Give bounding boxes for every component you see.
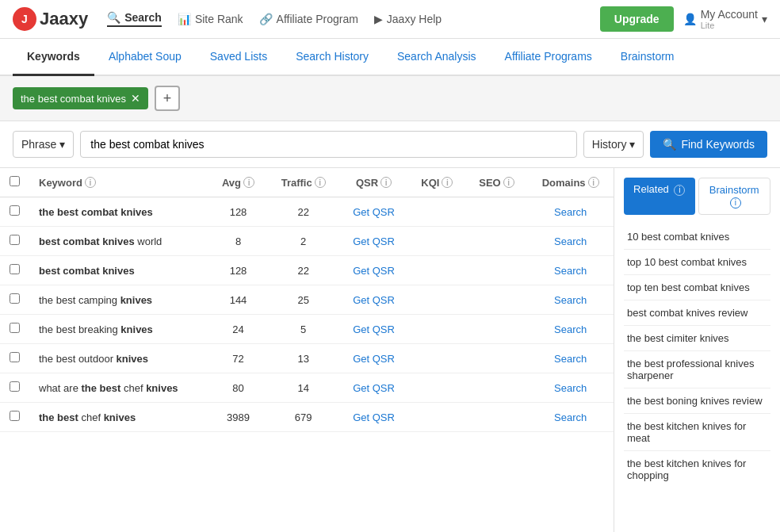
get-qsr-link[interactable]: Get QSR — [353, 265, 395, 277]
tag-add-button[interactable]: + — [155, 86, 180, 111]
th-seo-label: SEO — [479, 177, 500, 189]
kqi-info-icon[interactable]: i — [442, 177, 453, 188]
keyword-info-icon[interactable]: i — [85, 177, 96, 188]
sidebar-related-item[interactable]: 10 best combat knives — [624, 224, 770, 250]
search-domain-link[interactable]: Search — [554, 353, 587, 365]
row-checkbox-cell — [0, 256, 29, 285]
account-label: My Account — [701, 8, 758, 21]
search-domain-link[interactable]: Search — [554, 323, 587, 335]
row-qsr[interactable]: Get QSR — [339, 373, 408, 403]
sidebar-related-item[interactable]: the best kitchen knives for chopping — [624, 451, 770, 488]
get-qsr-link[interactable]: Get QSR — [353, 382, 395, 394]
search-domain-link[interactable]: Search — [554, 294, 587, 306]
domains-info-icon[interactable]: i — [588, 177, 599, 188]
phrase-dropdown[interactable]: Phrase ▾ — [13, 131, 74, 158]
related-info-icon[interactable]: i — [674, 185, 685, 196]
search-domain-link[interactable]: Search — [554, 411, 587, 423]
row-keyword: best combat knives world — [29, 227, 209, 256]
get-qsr-link[interactable]: Get QSR — [353, 411, 395, 423]
tab-search-history[interactable]: Search History — [281, 39, 383, 76]
tab-alphabet-soup[interactable]: Alphabet Soup — [94, 39, 196, 76]
logo: J Jaaxy — [13, 7, 88, 31]
qsr-info-icon[interactable]: i — [380, 177, 392, 188]
row-keyword: the best combat knives — [29, 197, 209, 227]
row-kqi — [408, 373, 466, 403]
row-domains[interactable]: Search — [527, 256, 614, 285]
select-all-checkbox[interactable] — [10, 176, 20, 186]
nav-site-rank[interactable]: 📊 Site Rank — [178, 13, 243, 25]
get-qsr-link[interactable]: Get QSR — [353, 323, 395, 335]
row-qsr[interactable]: Get QSR — [339, 403, 408, 432]
row-domains[interactable]: Search — [527, 197, 614, 227]
tag-close-icon[interactable]: ✕ — [131, 92, 140, 105]
tab-brainstorm[interactable]: Brainstorm — [606, 39, 689, 76]
row-qsr[interactable]: Get QSR — [339, 197, 408, 227]
row-checkbox[interactable] — [10, 352, 20, 362]
row-domains[interactable]: Search — [527, 344, 614, 373]
row-qsr[interactable]: Get QSR — [339, 285, 408, 315]
avg-info-icon[interactable]: i — [243, 177, 254, 188]
get-qsr-link[interactable]: Get QSR — [353, 294, 395, 306]
get-qsr-link[interactable]: Get QSR — [353, 235, 395, 247]
row-checkbox[interactable] — [10, 205, 20, 216]
sidebar-related-item[interactable]: the best kitchen knives for meat — [624, 414, 770, 451]
account-icon: 👤 — [683, 13, 697, 25]
row-checkbox[interactable] — [10, 235, 20, 245]
row-checkbox-cell — [0, 315, 29, 344]
search-domain-link[interactable]: Search — [554, 235, 587, 247]
get-qsr-link[interactable]: Get QSR — [353, 206, 395, 218]
th-keyword-label: Keyword — [39, 177, 82, 189]
sidebar-tab-related[interactable]: Related i — [624, 178, 695, 215]
sidebar-related-item[interactable]: the best boning knives review — [624, 388, 770, 414]
seo-info-icon[interactable]: i — [503, 177, 514, 188]
row-checkbox[interactable] — [10, 293, 20, 304]
row-domains[interactable]: Search — [527, 285, 614, 315]
tab-affiliate-programs[interactable]: Affiliate Programs — [491, 39, 606, 76]
table-row: what are the best chef knives8014Get QSR… — [0, 373, 614, 403]
upgrade-button[interactable]: Upgrade — [600, 6, 674, 32]
search-domain-link[interactable]: Search — [554, 265, 587, 277]
traffic-info-icon[interactable]: i — [315, 177, 326, 188]
row-qsr[interactable]: Get QSR — [339, 256, 408, 285]
row-domains[interactable]: Search — [527, 373, 614, 403]
my-account[interactable]: 👤 My Account Lite ▾ — [683, 8, 767, 30]
sidebar-related-item[interactable]: top ten best combat knives — [624, 275, 770, 300]
tab-saved-lists[interactable]: Saved Lists — [196, 39, 281, 76]
account-sub: Lite — [701, 21, 758, 30]
history-dropdown[interactable]: History ▾ — [583, 131, 644, 158]
search-domain-link[interactable]: Search — [554, 206, 587, 218]
related-label: Related — [633, 183, 669, 195]
row-avg: 144 — [209, 285, 268, 315]
row-traffic: 5 — [267, 315, 339, 344]
sidebar-related-item[interactable]: the best professional knives sharpener — [624, 351, 770, 388]
tab-search-analysis[interactable]: Search Analysis — [383, 39, 491, 76]
th-traffic: Traffic i — [267, 168, 339, 197]
nav-affiliate[interactable]: 🔗 Affiliate Program — [259, 13, 358, 25]
search-domain-link[interactable]: Search — [554, 382, 587, 394]
sidebar-related-item[interactable]: best combat knives review — [624, 300, 770, 326]
row-checkbox[interactable] — [10, 411, 20, 421]
row-kqi — [408, 403, 466, 432]
brainstorm-info-icon[interactable]: i — [730, 197, 741, 209]
row-domains[interactable]: Search — [527, 227, 614, 256]
row-kqi — [408, 285, 466, 315]
row-domains[interactable]: Search — [527, 315, 614, 344]
tab-keywords[interactable]: Keywords — [13, 39, 94, 76]
nav-affiliate-label: Affiliate Program — [277, 13, 358, 25]
row-qsr[interactable]: Get QSR — [339, 227, 408, 256]
get-qsr-link[interactable]: Get QSR — [353, 353, 395, 365]
row-qsr[interactable]: Get QSR — [339, 315, 408, 344]
find-keywords-button[interactable]: 🔍 Find Keywords — [650, 131, 767, 158]
row-qsr[interactable]: Get QSR — [339, 344, 408, 373]
nav-help[interactable]: ▶ Jaaxy Help — [374, 13, 442, 25]
row-domains[interactable]: Search — [527, 403, 614, 432]
sidebar-related-item[interactable]: top 10 best combat knives — [624, 250, 770, 275]
search-input[interactable] — [80, 131, 576, 158]
sidebar-tab-brainstorm[interactable]: Brainstorm i — [698, 178, 771, 215]
row-checkbox[interactable] — [10, 264, 20, 274]
row-checkbox[interactable] — [10, 323, 20, 333]
row-traffic: 13 — [267, 344, 339, 373]
row-checkbox[interactable] — [10, 381, 20, 392]
nav-search[interactable]: 🔍 Search — [107, 11, 162, 27]
sidebar-related-item[interactable]: the best cimiter knives — [624, 326, 770, 351]
